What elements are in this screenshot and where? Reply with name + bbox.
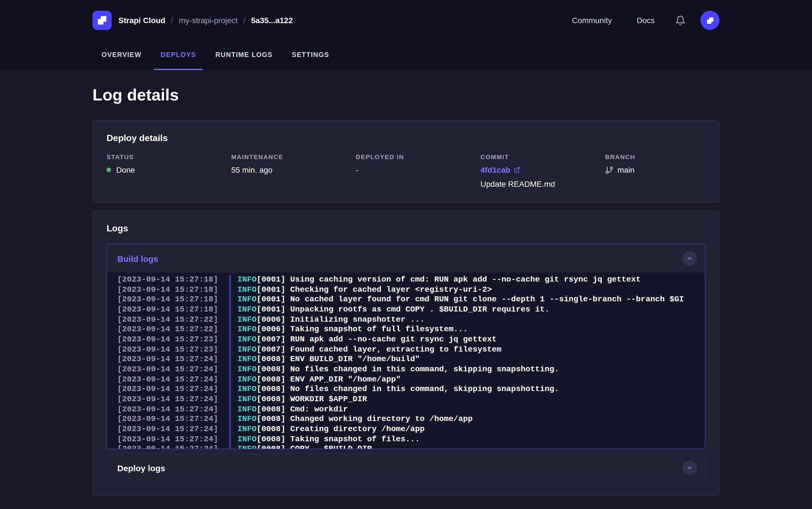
log-timestamp: [2023-09-14 15:27:24] xyxy=(107,374,229,384)
expand-deploy-logs-button[interactable] xyxy=(682,461,697,475)
log-message-cell: INFO[0001] Checking for cached layer <re… xyxy=(229,285,705,295)
log-message: Checking for cached layer <registry-uri-… xyxy=(285,285,492,294)
log-level: INFO xyxy=(237,355,257,364)
log-line: [2023-09-14 15:27:22] INFO[0006] Taking … xyxy=(107,325,705,335)
log-message: No cached layer found for cmd RUN git cl… xyxy=(285,295,684,304)
log-level: INFO xyxy=(237,315,257,324)
external-link-icon xyxy=(514,167,520,173)
log-level: INFO xyxy=(237,344,257,353)
log-timestamp: [2023-09-14 15:27:24] xyxy=(107,355,229,365)
build-log-lines[interactable]: [2023-09-14 15:27:18] INFO[0001] Using c… xyxy=(107,273,705,449)
status-dot xyxy=(107,168,111,172)
field-branch: BRANCH main xyxy=(605,154,705,189)
tab-settings[interactable]: SETTINGS xyxy=(285,41,336,70)
tab-overview[interactable]: OVERVIEW xyxy=(95,41,148,70)
log-line: [2023-09-14 15:27:22] INFO[0006] Initial… xyxy=(107,315,705,325)
log-message: Changed working directory to /home/app xyxy=(285,414,473,423)
log-line: [2023-09-14 15:27:18] INFO[0001] Checkin… xyxy=(107,285,705,295)
log-message: No files changed in this command, skippi… xyxy=(285,384,559,393)
commit-link[interactable]: 4fd1cab xyxy=(480,165,520,174)
log-seq: [0008] xyxy=(257,395,285,404)
log-level: INFO xyxy=(237,384,257,393)
deploy-logs-header[interactable]: Deploy logs xyxy=(107,454,705,482)
commit-message: Update README.md xyxy=(480,179,605,189)
log-message: RUN apk add --no-cache git rsync jq gett… xyxy=(285,335,496,344)
strapi-avatar-icon xyxy=(706,16,714,25)
build-logs-header[interactable]: Build logs xyxy=(107,244,705,273)
field-status: STATUS Done xyxy=(107,154,231,189)
log-message-cell: INFO[0008] No files changed in this comm… xyxy=(229,384,705,394)
commit-hash: 4fd1cab xyxy=(480,165,510,174)
log-level: INFO xyxy=(237,335,257,344)
breadcrumb-separator: / xyxy=(171,16,173,25)
breadcrumb-project[interactable]: my-strapi-project xyxy=(179,16,238,25)
user-avatar[interactable] xyxy=(700,11,719,30)
build-logs-section: Build logs [2023-09-14 15:27:18] INFO[00… xyxy=(107,244,705,449)
log-seq: [0008] xyxy=(257,374,285,383)
log-level: INFO xyxy=(237,404,257,413)
log-message: ENV APP_DIR "/home/app" xyxy=(285,374,401,383)
log-seq: [0008] xyxy=(257,365,285,374)
log-seq: [0008] xyxy=(257,355,285,364)
breadcrumb: Strapi Cloud / my-strapi-project / 5a35.… xyxy=(93,11,293,30)
top-bar: Strapi Cloud / my-strapi-project / 5a35.… xyxy=(0,0,812,70)
log-level: INFO xyxy=(237,365,257,374)
app-viewport: Strapi Cloud / my-strapi-project / 5a35.… xyxy=(0,0,812,509)
log-message-cell: INFO[0006] Initializing snapshotter ... xyxy=(229,315,705,325)
breadcrumb-app[interactable]: Strapi Cloud xyxy=(118,16,165,25)
log-line: [2023-09-14 15:27:24] INFO[0008] Taking … xyxy=(107,434,705,444)
field-label: BRANCH xyxy=(605,154,705,160)
log-message-cell: INFO[0008] Taking snapshot of files... xyxy=(229,434,705,444)
deploy-logs-title: Deploy logs xyxy=(117,463,165,473)
log-timestamp: [2023-09-14 15:27:22] xyxy=(107,325,229,335)
log-level: INFO xyxy=(237,295,257,304)
log-timestamp: [2023-09-14 15:27:24] xyxy=(107,444,229,449)
git-branch-icon xyxy=(605,166,614,174)
tab-bar: OVERVIEW DEPLOYS RUNTIME LOGS SETTINGS xyxy=(93,41,719,70)
log-level: INFO xyxy=(237,414,257,423)
log-level: INFO xyxy=(237,305,257,314)
tab-label: DEPLOYS xyxy=(161,51,196,59)
log-line: [2023-09-14 15:27:24] INFO[0008] ENV APP… xyxy=(107,374,705,384)
log-timestamp: [2023-09-14 15:27:23] xyxy=(107,335,229,344)
log-timestamp: [2023-09-14 15:27:24] xyxy=(107,365,229,374)
log-timestamp: [2023-09-14 15:27:23] xyxy=(107,344,229,354)
log-timestamp: [2023-09-14 15:27:22] xyxy=(107,315,229,325)
tab-deploys[interactable]: DEPLOYS xyxy=(154,41,203,70)
header-right: Community Docs xyxy=(547,11,719,30)
field-label: COMMIT xyxy=(480,154,605,160)
breadcrumb-deploy-id: 5a35...a122 xyxy=(251,16,293,25)
field-label: MAINTENANCE xyxy=(231,154,356,160)
log-timestamp: [2023-09-14 15:27:24] xyxy=(107,414,229,424)
notifications-button[interactable] xyxy=(675,15,686,26)
log-level: INFO xyxy=(237,395,257,404)
nav-community[interactable]: Community xyxy=(572,16,612,25)
log-timestamp: [2023-09-14 15:27:24] xyxy=(107,395,229,404)
log-level: INFO xyxy=(237,425,257,433)
log-line: [2023-09-14 15:27:24] INFO[0008] WORKDIR… xyxy=(107,395,705,404)
strapi-logo[interactable] xyxy=(93,11,112,30)
chevron-down-icon xyxy=(686,465,693,471)
log-line: [2023-09-14 15:27:18] INFO[0001] Unpacki… xyxy=(107,305,705,315)
log-message: Creating directory /home/app xyxy=(285,425,425,433)
log-message: COPY . $BUILD_DIR xyxy=(285,444,372,449)
nav-docs[interactable]: Docs xyxy=(637,16,655,25)
log-seq: [0008] xyxy=(257,414,285,423)
log-line: [2023-09-14 15:27:18] INFO[0001] Using c… xyxy=(107,275,705,285)
collapse-build-logs-button[interactable] xyxy=(682,251,697,266)
tab-runtime-logs[interactable]: RUNTIME LOGS xyxy=(209,41,280,70)
log-message-cell: INFO[0008] No files changed in this comm… xyxy=(229,365,705,374)
logs-title: Logs xyxy=(107,224,705,234)
log-message-cell: INFO[0008] WORKDIR $APP_DIR xyxy=(229,395,705,404)
logs-card: Logs Build logs [2023-09-14 15:27:18] IN… xyxy=(93,210,719,496)
maintenance-value: 55 min. ago xyxy=(231,165,356,174)
log-message-cell: INFO[0001] No cached layer found for cmd… xyxy=(229,295,705,305)
status-text: Done xyxy=(116,165,135,174)
log-timestamp: [2023-09-14 15:27:24] xyxy=(107,434,229,444)
field-deployed-in: DEPLOYED IN - xyxy=(356,154,480,189)
log-message-cell: INFO[0008] COPY . $BUILD_DIR xyxy=(229,444,705,449)
page-title: Log details xyxy=(93,86,719,104)
log-line: [2023-09-14 15:27:24] INFO[0008] COPY . … xyxy=(107,444,705,449)
tab-label: SETTINGS xyxy=(292,51,329,59)
log-message-cell: INFO[0008] Creating directory /home/app xyxy=(229,425,705,434)
